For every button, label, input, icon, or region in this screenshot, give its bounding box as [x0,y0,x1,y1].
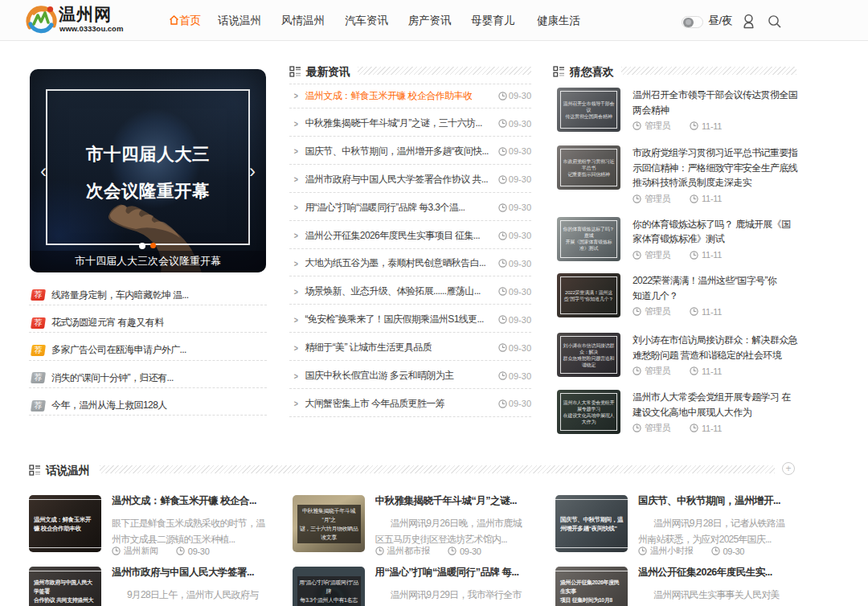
svg-text:www.0333ou.com: www.0333ou.com [59,24,123,33]
svg-text:温州网: 温州网 [58,5,112,23]
